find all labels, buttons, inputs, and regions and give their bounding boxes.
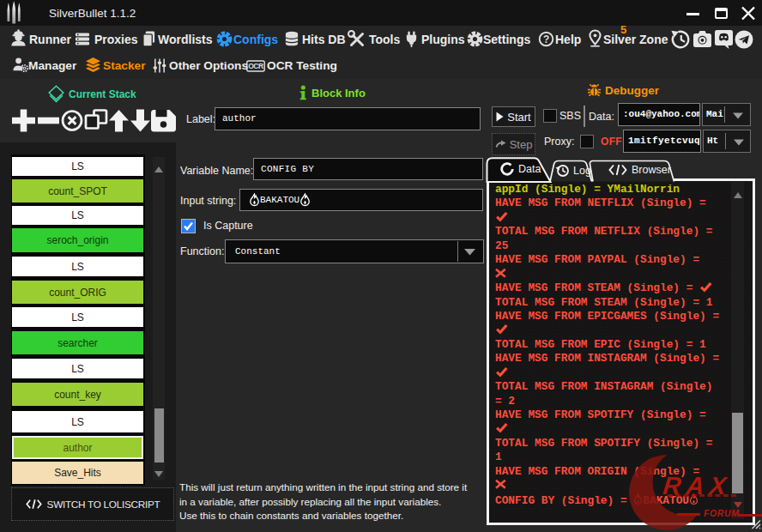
svg-text:OCR: OCR xyxy=(248,62,264,70)
svg-text:?: ? xyxy=(543,33,549,45)
